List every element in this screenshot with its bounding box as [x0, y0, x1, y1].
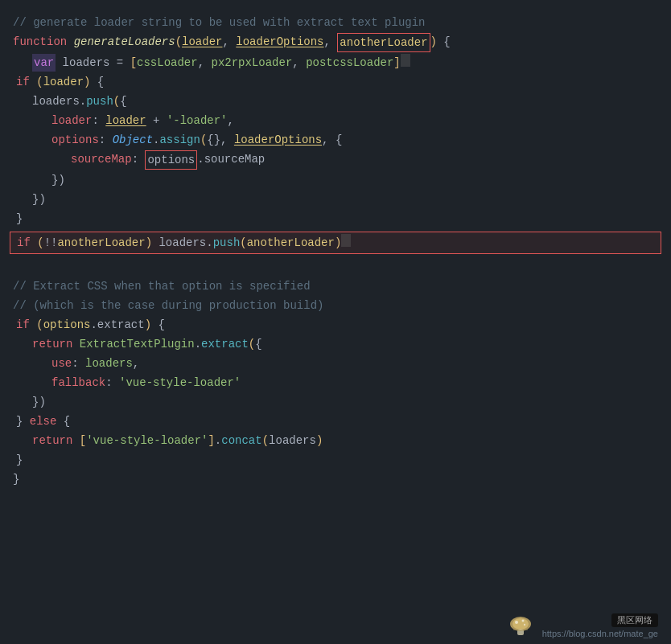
- code-line: }: [0, 450, 671, 470]
- code-line: }): [0, 392, 671, 412]
- keyword-var: var: [32, 54, 56, 72]
- code-line: // Extract CSS when that option is speci…: [0, 277, 671, 296]
- code-line: // generate loader string to be used wit…: [0, 13, 671, 32]
- code-line: return ['vue-style-loader'].concat(loade…: [0, 431, 671, 450]
- code-line: if (loader) {: [0, 72, 671, 92]
- red-box-anotherloader: if (!!anotherLoader) loaders.push(anothe…: [10, 232, 661, 254]
- trailing-space: [401, 54, 410, 67]
- code-line-function: function generateLoaders(loader, loaderO…: [0, 32, 671, 53]
- code-line: }: [0, 470, 671, 489]
- comment: // generate loader string to be used wit…: [13, 14, 425, 31]
- code-line: if (options.extract) {: [0, 315, 671, 334]
- code-line: }): [0, 170, 671, 190]
- code-line: use: loaders,: [0, 354, 671, 373]
- svg-point-4: [523, 624, 525, 626]
- code-container: // generate loader string to be used wit…: [0, 0, 671, 644]
- mushroom-icon: [507, 612, 534, 639]
- code-line: }): [0, 190, 671, 209]
- code-line: }: [0, 209, 671, 228]
- code-line-var: var loaders = [cssLoader, px2rpxLoader, …: [0, 53, 671, 72]
- code-line-anotherloader: if (!!anotherLoader) loaders.push(anothe…: [14, 234, 657, 252]
- param-anotherloader-box: anotherLoader: [337, 33, 430, 52]
- keyword-function: function: [13, 33, 74, 51]
- code-line: return ExtractTextPlugin.extract({: [0, 334, 671, 354]
- code-line: loader: loader + '-loader',: [0, 111, 671, 130]
- svg-point-3: [521, 620, 524, 622]
- code-line: options: Object.assign({}, loaderOptions…: [0, 130, 671, 150]
- svg-point-1: [513, 618, 529, 630]
- code-line: // (which is the case during production …: [0, 296, 671, 315]
- watermark-labels: 黑区网络 https://blog.csdn.net/mate_ge: [542, 613, 658, 638]
- code-line: } else {: [0, 412, 671, 431]
- options-highlight: options: [145, 150, 197, 170]
- code-line: loaders.push({: [0, 92, 671, 111]
- url-text: https://blog.csdn.net/mate_ge: [542, 629, 658, 638]
- code-line: sourceMap: options.sourceMap: [0, 150, 671, 170]
- svg-point-2: [515, 621, 518, 624]
- code-line: fallback: 'vue-style-loader': [0, 373, 671, 392]
- code-line-blank: [0, 257, 671, 277]
- watermark-bar: 黑区网络 https://blog.csdn.net/mate_ge: [0, 607, 671, 644]
- trailing-space2: [341, 234, 351, 247]
- site-label: 黑区网络: [611, 613, 658, 627]
